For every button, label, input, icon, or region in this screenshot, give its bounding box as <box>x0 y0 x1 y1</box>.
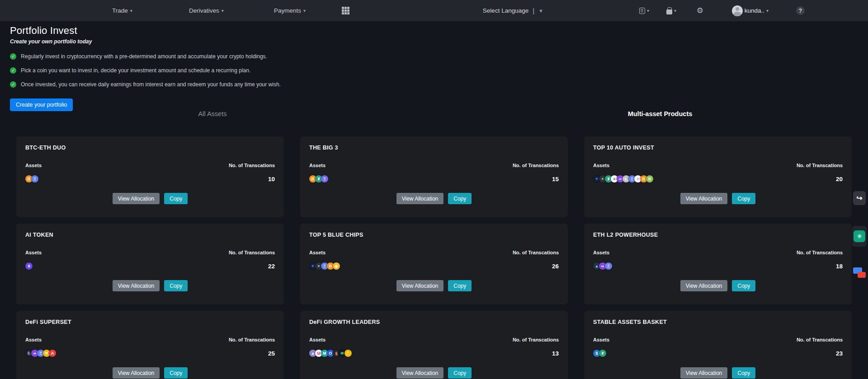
bitcoin-cash-icon: B <box>646 175 653 182</box>
transactions-count: 13 <box>552 350 559 357</box>
view-allocation-button[interactable]: View Allocation <box>113 280 160 291</box>
nav-menu-payments[interactable]: Payments ▾ <box>274 0 306 21</box>
feature-bullets: ✓ Regularly invest in cryptocurrency wit… <box>10 52 552 88</box>
asset-icons: ✶×₮≡∞ŁΞ○BB <box>593 175 652 182</box>
assets-label: Assets <box>593 337 609 342</box>
share-arrow-icon: ↪ <box>856 194 862 202</box>
transactions-label: No. of Transcations <box>513 337 559 342</box>
language-separator: | <box>533 7 534 14</box>
the-graph-icon: 9 <box>25 262 33 270</box>
orders-menu[interactable]: ▾ <box>639 0 649 21</box>
portfolio-cards-grid: BTC-ETH DUO Assets No. of Transcations B… <box>16 136 852 379</box>
portfolio-card: AI TOKEN Assets No. of Transcations 9 22… <box>16 224 284 304</box>
nav-menu-derivatives-label: Derivatives <box>189 7 219 14</box>
assets-label: Assets <box>25 250 42 255</box>
view-allocation-button[interactable]: View Allocation <box>396 367 444 379</box>
copy-button[interactable]: Copy <box>164 367 188 379</box>
transactions-count: 25 <box>268 350 275 357</box>
transactions-count: 18 <box>836 263 843 270</box>
copy-button[interactable]: Copy <box>448 193 472 204</box>
ethereum-icon: Ξ <box>321 175 328 182</box>
view-allocation-button[interactable]: View Allocation <box>113 367 160 379</box>
apps-grid-icon[interactable] <box>342 7 349 14</box>
copy-button[interactable]: Copy <box>164 193 188 204</box>
chevron-down-icon: ▾ <box>222 8 224 13</box>
avalanche-icon: A <box>49 350 56 357</box>
view-allocation-button[interactable]: View Allocation <box>396 193 444 204</box>
chat-bubble-red-icon <box>858 272 866 278</box>
card-title: ETH L2 POWERHOUSE <box>593 232 843 238</box>
page-subtitle: Create your own portfolio today <box>10 38 552 45</box>
settings-button[interactable]: ⚙ <box>697 0 703 21</box>
user-account-menu[interactable]: kunda.. ▾ <box>732 0 769 21</box>
assets-label: Assets <box>593 250 609 255</box>
copy-button[interactable]: Copy <box>732 367 755 379</box>
copy-button[interactable]: Copy <box>164 280 188 291</box>
view-allocation-button[interactable]: View Allocation <box>396 280 444 291</box>
asset-icons: B₮Ξ <box>309 175 327 182</box>
transactions-label: No. of Transcations <box>797 337 843 342</box>
assets-label: Assets <box>309 163 326 168</box>
wallet-bag-icon <box>666 9 672 14</box>
portfolio-card: STABLE ASSETS BASKET Assets No. of Trans… <box>584 311 852 379</box>
asset-icons: 9 <box>25 262 31 270</box>
transactions-count: 10 <box>268 176 275 182</box>
card-title: TOP 5 BLUE CHIPS <box>309 232 559 238</box>
nav-menu-trade-label: Trade <box>112 7 128 14</box>
chevron-down-icon: ▾ <box>674 8 676 13</box>
tether-icon: ₮ <box>599 350 606 357</box>
portfolio-card: BTC-ETH DUO Assets No. of Transcations B… <box>16 136 284 217</box>
asset-icons: ✶×ΞB◆ <box>309 262 339 270</box>
chevron-down-icon: ▾ <box>130 8 132 13</box>
copy-button[interactable]: Copy <box>732 193 755 204</box>
transactions-label: No. of Transcations <box>229 163 275 168</box>
card-title: BTC-ETH DUO <box>25 145 275 151</box>
transactions-label: No. of Transcations <box>229 337 275 342</box>
portfolio-card: TOP 5 BLUE CHIPS Assets No. of Transcati… <box>300 224 568 304</box>
card-title: STABLE ASSETS BASKET <box>593 319 843 325</box>
view-allocation-button[interactable]: View Allocation <box>680 280 728 291</box>
hero-section: Portfolio Invest Create your own portfol… <box>10 25 552 111</box>
language-caret-icon: ▼ <box>538 8 543 14</box>
view-allocation-button[interactable]: View Allocation <box>113 193 160 204</box>
feature-bullet-text: Once invested, you can receive daily ear… <box>21 81 281 88</box>
copy-button[interactable]: Copy <box>448 367 472 379</box>
chevron-down-icon: ▾ <box>303 8 306 13</box>
portfolio-card: DeFi GROWTH LEADERS Assets No. of Transc… <box>300 311 568 379</box>
cube-gold-icon: □ <box>344 350 352 357</box>
section-header-all-assets: All Assets <box>0 110 425 117</box>
assets-label: Assets <box>309 250 326 255</box>
language-selector[interactable]: Select Language | ▼ <box>483 0 543 21</box>
assets-label: Assets <box>309 337 326 342</box>
help-button[interactable]: ? <box>796 0 805 21</box>
nav-menu-derivatives[interactable]: Derivatives ▾ <box>189 0 224 21</box>
view-allocation-button[interactable]: View Allocation <box>680 193 728 204</box>
check-circle-icon: ✓ <box>10 67 16 74</box>
create-portfolio-button[interactable]: Create your portfolio <box>10 98 73 111</box>
section-header-multi-asset: Multi-asset Products <box>533 110 787 117</box>
view-allocation-button[interactable]: View Allocation <box>680 367 728 379</box>
nav-menu-payments-label: Payments <box>274 7 301 14</box>
transactions-label: No. of Transcations <box>229 250 275 255</box>
main-content: Portfolio Invest Create your own portfol… <box>0 21 868 379</box>
feature-bullet: ✓ Once invested, you can receive daily e… <box>10 80 552 88</box>
chatgpt-widget-button[interactable]: ✳ <box>852 226 867 247</box>
portfolio-card: ETH L2 POWERHOUSE Assets No. of Transcat… <box>584 224 852 304</box>
transactions-label: No. of Transcations <box>797 163 843 168</box>
ethereum-icon: Ξ <box>31 175 38 182</box>
copy-button[interactable]: Copy <box>732 280 755 291</box>
assets-menu[interactable]: ▾ <box>666 0 676 21</box>
transactions-count: 26 <box>552 263 559 270</box>
copy-button[interactable]: Copy <box>448 280 472 291</box>
assets-label: Assets <box>25 337 42 342</box>
transactions-count: 22 <box>268 263 275 270</box>
chat-widget-button[interactable] <box>853 267 867 282</box>
card-title: DeFi SUPERSET <box>25 319 275 325</box>
asset-icons: BΞ <box>25 175 37 182</box>
portfolio-card: THE BIG 3 Assets No. of Transcations B₮Ξ… <box>300 136 568 217</box>
nav-menu-trade[interactable]: Trade ▾ <box>112 0 132 21</box>
share-widget-button[interactable]: ↪ <box>853 191 866 205</box>
card-title: TOP 10 AUTO INVEST <box>593 145 843 151</box>
chevron-down-icon: ▾ <box>647 8 649 13</box>
language-selector-label: Select Language <box>483 7 528 14</box>
